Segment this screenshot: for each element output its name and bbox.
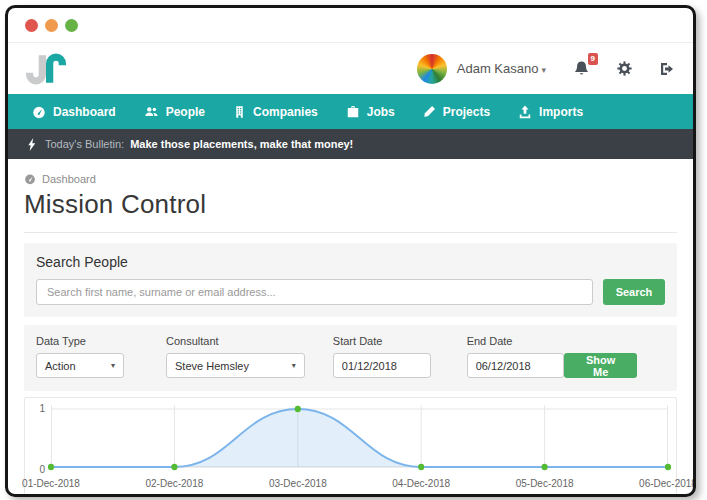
app-window: Adam Kasano▾ 9 [5,5,696,497]
bulletin-message: Make those placements, make that money! [130,138,353,150]
nav-item-companies[interactable]: Companies [219,94,332,129]
nav-label: People [166,105,205,119]
nav-item-imports[interactable]: Imports [504,94,597,129]
user-menu[interactable]: Adam Kasano▾ [457,61,546,76]
x-axis-label: 05-Dec-2018 [516,478,574,489]
upload-icon [518,105,532,119]
search-people-panel: Search People Search [24,243,677,317]
bulletin-bar: Today's Bulletin: Make those placements,… [8,129,693,159]
data-type-label: Data Type [36,335,124,347]
gauge-icon [24,173,36,185]
chevron-down-icon: ▾ [541,65,546,75]
end-date-field: End Date [467,335,565,378]
end-date-input[interactable] [467,353,565,378]
breadcrumb-label: Dashboard [42,173,96,185]
x-axis-labels: 01-Dec-201802-Dec-201803-Dec-201804-Dec-… [51,478,668,492]
bolt-icon [27,138,37,151]
sign-out-icon [659,61,675,77]
app-header: Adam Kasano▾ 9 [8,43,693,94]
consultant-label: Consultant [166,335,305,347]
gear-icon [617,61,632,76]
user-name: Adam Kasano [457,61,539,76]
app-logo-icon[interactable] [26,49,66,89]
end-date-label: End Date [467,335,565,347]
x-axis-label: 02-Dec-2018 [145,478,203,489]
window-titlebar [8,8,693,43]
chart-filters-panel: Data Type Action ▾ Consultant Steve Hems… [24,325,677,391]
x-axis-label: 03-Dec-2018 [269,478,327,489]
chevron-down-icon: ▾ [292,361,296,370]
chevron-down-icon: ▾ [111,361,115,370]
header-user-area: Adam Kasano▾ 9 [417,54,675,84]
data-type-value: Action [45,360,76,372]
trend-chart-svg [51,405,668,471]
start-date-input[interactable] [333,353,431,378]
nav-label: Companies [253,105,318,119]
building-icon [233,105,246,119]
gauge-icon [32,105,46,119]
search-row: Search [36,279,665,305]
breadcrumb[interactable]: Dashboard [24,173,677,185]
start-date-field: Start Date [333,335,431,378]
close-window-dot[interactable] [25,19,38,32]
x-axis-label: 01-Dec-2018 [22,478,80,489]
bulletin-label: Today's Bulletin: [45,138,124,150]
nav-label: Dashboard [53,105,116,119]
data-type-field: Data Type Action ▾ [36,335,124,378]
nav-label: Imports [539,105,583,119]
y-axis-tick-min: 0 [39,464,45,475]
nav-label: Jobs [367,105,395,119]
maximize-window-dot[interactable] [65,19,78,32]
search-input[interactable] [36,279,593,305]
users-icon [144,105,159,119]
nav-item-people[interactable]: People [130,94,219,129]
nav-item-projects[interactable]: Projects [409,94,504,129]
consultant-field: Consultant Steve Hemsley ▾ [166,335,305,378]
consultant-value: Steve Hemsley [175,360,249,372]
pencil-icon [423,105,436,118]
page-title: Mission Control [24,189,677,220]
sign-out-button[interactable] [659,61,675,77]
data-type-select[interactable]: Action ▾ [36,353,124,378]
main-nav: Dashboard People Companies Jobs Pro [8,94,693,129]
nav-item-dashboard[interactable]: Dashboard [18,94,130,129]
x-axis-label: 06-Dec-2018 [639,478,696,489]
search-button[interactable]: Search [603,279,665,305]
activity-chart-panel: 1 0 01-Dec-201802-Dec-201803-Dec-201804-… [24,397,677,497]
chart-plot-area[interactable] [51,405,668,471]
x-axis-label: 04-Dec-2018 [392,478,450,489]
search-heading: Search People [36,254,665,270]
minimize-window-dot[interactable] [45,19,58,32]
nav-label: Projects [443,105,490,119]
y-axis-tick-max: 1 [39,403,45,414]
y-axis: 1 0 [29,405,51,471]
main-content: Dashboard Mission Control Search People … [8,173,693,497]
notification-badge: 9 [588,53,598,65]
show-me-button[interactable]: Show Me [564,353,637,378]
notifications-button[interactable]: 9 [573,60,590,77]
briefcase-icon [346,105,360,119]
divider [24,232,677,233]
settings-button[interactable] [617,61,632,76]
start-date-label: Start Date [333,335,431,347]
nav-item-jobs[interactable]: Jobs [332,94,409,129]
user-avatar[interactable] [417,54,447,84]
chart-body: 1 0 [29,405,668,471]
consultant-select[interactable]: Steve Hemsley ▾ [166,353,305,378]
